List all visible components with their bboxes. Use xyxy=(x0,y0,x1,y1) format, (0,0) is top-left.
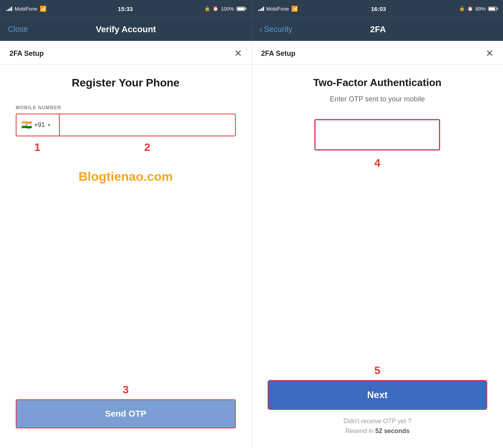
right-lock-icon: 🔒 xyxy=(459,6,465,11)
right-panel-header: 2FA Setup ✕ xyxy=(252,41,503,65)
right-alarm-icon: ⏰ xyxy=(467,6,473,11)
right-battery-fill xyxy=(489,7,495,10)
right-time: 16:03 xyxy=(371,6,386,12)
verify-account-title: Verify Account xyxy=(28,24,224,35)
annotation-4: 4 xyxy=(268,157,488,169)
content-area: 2FA Setup ✕ Register Your Phone MOBILE N… xyxy=(0,41,503,448)
mobile-number-label: MOBILE NUMBER xyxy=(16,105,236,110)
next-btn-container: 5 Next Didn't receive OTP yet ? Resend i… xyxy=(268,364,488,436)
mobile-number-field: MOBILE NUMBER 🇮🇳 +91 ▾ xyxy=(16,105,236,140)
right-battery-pct: 89% xyxy=(475,6,486,12)
back-button[interactable]: ‹ Security xyxy=(260,24,293,35)
watermark: Blogtienao.com xyxy=(16,169,236,184)
otp-input-wrapper xyxy=(268,119,488,151)
send-otp-container: 3 Send OTP xyxy=(16,384,236,436)
resend-seconds: 52 seconds xyxy=(375,428,409,434)
signal-icon xyxy=(6,6,12,11)
right-close-x-button[interactable]: ✕ xyxy=(486,49,494,58)
right-status-bar: MobiFone 📶 16:03 🔒 ⏰ 89% xyxy=(252,0,503,17)
left-close-x-button[interactable]: ✕ xyxy=(234,49,242,58)
security-back-label: Security xyxy=(264,25,292,34)
right-signal-icon xyxy=(258,6,264,11)
phone-number-input[interactable] xyxy=(60,114,235,136)
left-time: 15:33 xyxy=(118,6,133,12)
annotation-5: 5 xyxy=(268,364,488,377)
left-status-right: 🔒 ⏰ 100% xyxy=(204,6,245,12)
annotation-2: 2 xyxy=(59,141,236,154)
left-panel-header: 2FA Setup ✕ xyxy=(0,41,252,65)
status-bars: MobiFone 📶 15:33 🔒 ⏰ 100% MobiFone 📶 16:… xyxy=(0,0,503,17)
send-otp-button[interactable]: Send OTP xyxy=(16,399,236,428)
otp-input[interactable] xyxy=(314,119,440,151)
lock-icon: 🔒 xyxy=(204,6,210,11)
tfa-panel: 2FA Setup ✕ Two-Factor Authentication En… xyxy=(252,41,503,448)
wifi-icon: 📶 xyxy=(40,6,46,12)
country-selector[interactable]: 🇮🇳 +91 ▾ xyxy=(17,114,60,136)
resend-line2: Resend in xyxy=(345,428,375,434)
left-panel-title: 2FA Setup xyxy=(9,50,44,58)
left-battery-icon xyxy=(237,7,245,11)
nav-bars: Close Verify Account ‹ Security 2FA xyxy=(0,17,503,41)
chevron-left-icon: ‹ xyxy=(260,24,263,35)
left-status-bar: MobiFone 📶 15:33 🔒 ⏰ 100% xyxy=(0,0,252,17)
left-status-left: MobiFone 📶 xyxy=(6,6,46,12)
country-code: +91 xyxy=(34,121,45,129)
chevron-down-icon: ▾ xyxy=(48,122,50,128)
close-button[interactable]: Close xyxy=(8,25,28,34)
left-panel-body: Register Your Phone MOBILE NUMBER 🇮🇳 +91… xyxy=(0,65,252,448)
register-phone-panel: 2FA Setup ✕ Register Your Phone MOBILE N… xyxy=(0,41,252,448)
2fa-nav-title: 2FA xyxy=(370,24,386,35)
india-flag-icon: 🇮🇳 xyxy=(21,120,32,130)
register-phone-title: Register Your Phone xyxy=(16,77,236,89)
annotation-3: 3 xyxy=(16,384,236,396)
left-battery-pct: 100% xyxy=(221,6,234,12)
left-carrier: MobiFone xyxy=(15,6,37,12)
tfa-title: Two-Factor Authentication xyxy=(268,77,488,89)
right-status-right: 🔒 ⏰ 89% xyxy=(459,6,497,12)
right-panel-body: Two-Factor Authentication Enter OTP sent… xyxy=(252,65,503,448)
left-nav-bar: Close Verify Account xyxy=(0,17,252,41)
annotation-1: 1 xyxy=(16,141,59,154)
next-button[interactable]: Next xyxy=(268,380,488,410)
number-labels-1-2: 1 2 xyxy=(16,141,236,154)
alarm-icon: ⏰ xyxy=(213,6,218,11)
right-panel-title: 2FA Setup xyxy=(261,50,296,58)
tfa-subtitle: Enter OTP sent to your mobile xyxy=(268,95,488,103)
right-status-left: MobiFone 📶 xyxy=(258,6,298,12)
left-battery-fill xyxy=(237,7,244,10)
resend-text: Didn't receive OTP yet ? Resend in 52 se… xyxy=(268,416,488,436)
right-carrier: MobiFone xyxy=(266,6,289,12)
right-battery-icon xyxy=(488,7,497,11)
right-wifi-icon: 📶 xyxy=(291,6,298,12)
phone-input-row: 🇮🇳 +91 ▾ xyxy=(16,114,236,136)
right-nav-bar: ‹ Security 2FA xyxy=(252,17,503,41)
resend-line1: Didn't receive OTP yet ? xyxy=(343,418,411,424)
